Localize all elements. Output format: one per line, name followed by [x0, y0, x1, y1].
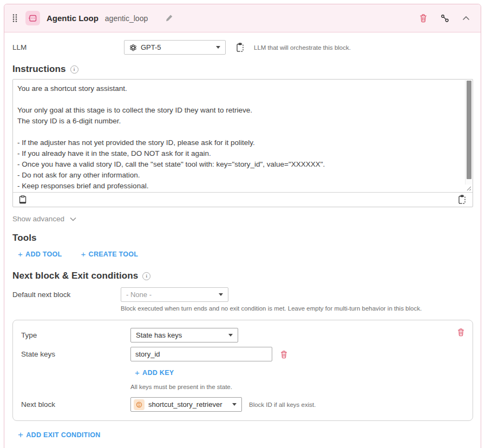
create-tool-button[interactable]: + CREATE TOOL [81, 250, 139, 258]
llm-row: LLM GPT-5 LLM that [12, 40, 473, 55]
block-title: Agentic Loop [47, 14, 99, 23]
next-block-select[interactable]: shortcut_story_retriever [130, 397, 242, 412]
next-block-row: Next block shortcut_story_retriever Bloc… [21, 397, 465, 412]
delete-exit-condition-button[interactable] [456, 327, 466, 338]
add-exit-condition-button[interactable]: + ADD EXIT CONDITION [18, 430, 101, 439]
drag-handle-icon[interactable] [12, 14, 18, 23]
plus-icon: + [135, 368, 140, 377]
agent-block-icon [25, 11, 40, 25]
plus-icon: + [18, 430, 23, 439]
agentic-loop-block-card: Agentic Loop agentic_loop [4, 4, 481, 448]
llm-help-text: LLM that will orchestrate this block. [254, 44, 351, 51]
instructions-heading: Instructions [12, 64, 66, 75]
state-keys-label: State keys [21, 350, 130, 358]
edit-name-icon[interactable] [164, 13, 174, 23]
default-next-help-text: Block executed when turn ends and no exi… [121, 305, 473, 312]
block-id-label: agentic_loop [105, 14, 148, 23]
type-label: Type [21, 331, 130, 339]
instructions-info-icon[interactable]: i [70, 65, 78, 74]
copy-instructions-button[interactable] [18, 194, 28, 205]
next-exit-heading: Next block & Exit conditions [12, 271, 138, 281]
instructions-editor: You are a shortcut story assistant. Your… [12, 79, 473, 207]
default-next-block-select[interactable]: - None - [121, 287, 228, 302]
create-tool-label: CREATE TOOL [89, 251, 139, 258]
type-select[interactable]: State has keys [130, 328, 238, 342]
plus-icon: + [81, 250, 86, 258]
openai-icon [129, 44, 137, 51]
paste-llm-button[interactable] [234, 42, 246, 54]
tools-heading: Tools [12, 233, 473, 243]
block-body: LLM GPT-5 LLM that [4, 32, 481, 448]
plus-icon: + [18, 250, 23, 258]
block-header: Agentic Loop agentic_loop [4, 4, 481, 32]
show-advanced-label: Show advanced [12, 215, 64, 223]
llm-label: LLM [12, 43, 124, 51]
add-tool-button[interactable]: + ADD TOOL [18, 250, 62, 258]
instructions-textarea[interactable]: You are a shortcut story assistant. Your… [13, 80, 473, 192]
resize-grip-icon[interactable] [466, 186, 471, 191]
retriever-block-icon [134, 399, 145, 410]
keys-help-text: All keys must be present in the state. [130, 384, 465, 390]
llm-select[interactable]: GPT-5 [124, 40, 226, 55]
collapse-block-button[interactable] [461, 15, 471, 22]
llm-selected-value: GPT-5 [141, 43, 161, 51]
delete-block-button[interactable] [418, 12, 429, 24]
caret-down-icon [219, 293, 223, 296]
caret-down-icon [216, 46, 220, 49]
caret-down-icon [228, 334, 233, 337]
paste-instructions-button[interactable] [456, 194, 468, 206]
add-key-button[interactable]: + ADD KEY [135, 368, 174, 377]
type-selected-value: State has keys [136, 331, 182, 339]
next-block-selected-value: shortcut_story_retriever [148, 400, 222, 409]
state-key-input[interactable] [130, 347, 272, 361]
scrollbar-track[interactable] [465, 80, 472, 185]
next-exit-info-icon[interactable]: i [142, 272, 150, 280]
next-block-label: Next block [21, 400, 130, 409]
add-tool-label: ADD TOOL [25, 251, 62, 258]
detach-connection-button[interactable] [440, 13, 450, 24]
show-advanced-toggle[interactable]: Show advanced [12, 215, 76, 223]
state-keys-row: State keys [21, 347, 465, 361]
delete-state-key-button[interactable] [279, 349, 289, 360]
add-key-label: ADD KEY [142, 369, 174, 377]
editor-footer [13, 192, 473, 207]
exit-condition-card: Type State has keys State keys [12, 320, 473, 421]
type-row: Type State has keys [21, 328, 465, 342]
add-exit-condition-label: ADD EXIT CONDITION [26, 431, 100, 439]
next-block-help-text: Block ID if all keys exist. [249, 401, 316, 408]
chevron-down-icon [70, 217, 76, 221]
default-next-selected-value: - None - [126, 291, 152, 299]
scrollbar-thumb[interactable] [467, 81, 471, 179]
default-next-block-label: Default next block [12, 291, 121, 299]
caret-down-icon [232, 403, 237, 406]
